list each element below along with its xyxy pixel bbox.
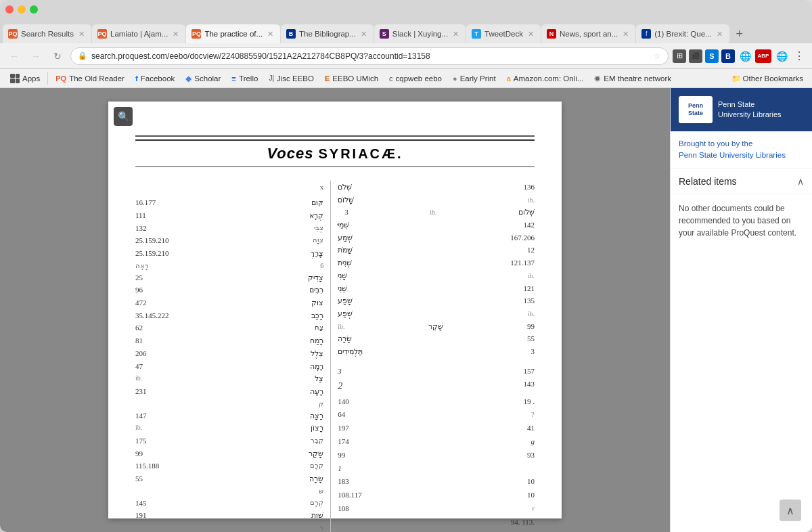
pennstate-name: Penn State bbox=[718, 100, 754, 108]
doc-search-button[interactable]: 🔍 bbox=[114, 107, 133, 126]
toolbar: ← → ↻ 🔒 search.proquest.com/eebo/docview… bbox=[0, 43, 812, 69]
tab-label: News, sport an... bbox=[560, 30, 618, 38]
forward-button[interactable]: → bbox=[27, 47, 45, 65]
tab-close-button[interactable]: ✕ bbox=[359, 29, 368, 39]
cqpweb-icon: c bbox=[389, 74, 393, 83]
bookmark-label: Scholar bbox=[194, 74, 221, 83]
pennstate-link[interactable]: Penn State University Libraries bbox=[679, 151, 786, 159]
bookmark-cqpweb[interactable]: c cqpweb eebo bbox=[384, 71, 447, 86]
bookmark-trello[interactable]: ≡ Trello bbox=[227, 71, 263, 86]
tab-close-button[interactable]: ✕ bbox=[171, 29, 180, 39]
pennstate-subtitle: University Libraries bbox=[718, 110, 782, 118]
document-viewer[interactable]: 🔍 Voces SYRIACÆ. x bbox=[0, 88, 670, 532]
bookmark-old-reader[interactable]: PQ The Old Reader bbox=[51, 71, 129, 86]
bookmark-separator bbox=[47, 72, 48, 85]
bookmark-label: EEBO UMich bbox=[332, 74, 378, 83]
bookmark-label: EM theatre network bbox=[604, 74, 671, 83]
pennstate-logo: PennState bbox=[679, 96, 713, 123]
document-title: Voces SYRIACÆ. bbox=[135, 139, 535, 167]
back-button[interactable]: ← bbox=[5, 47, 23, 65]
close-button[interactable] bbox=[5, 5, 14, 14]
chevron-up-icon: ∧ bbox=[797, 176, 804, 187]
pq-icon: PQ bbox=[97, 29, 107, 39]
pennstate-banner: PennState Penn State University Librarie… bbox=[671, 88, 812, 131]
tab-close-button[interactable]: ✕ bbox=[715, 29, 724, 39]
main-content: 🔍 Voces SYRIACÆ. x bbox=[0, 88, 812, 532]
bookmark-scholar[interactable]: ◆ Scholar bbox=[181, 71, 225, 86]
other-bookmarks-button[interactable]: 📁 Other Bookmarks bbox=[728, 74, 807, 83]
extension-icon-2[interactable]: ⬛ bbox=[689, 49, 702, 63]
address-bar[interactable]: 🔒 search.proquest.com/eebo/docview/22408… bbox=[70, 47, 669, 65]
bookmark-label: Trello bbox=[239, 74, 258, 83]
related-items-message: No other documents could be recommended … bbox=[679, 204, 796, 238]
pq-icon: PQ bbox=[191, 29, 201, 39]
titlebar bbox=[0, 0, 812, 19]
minimize-button[interactable] bbox=[18, 5, 26, 14]
right-column: שְׁלֹם 136 שָׁלוֹם ib. 3 ib. שְׁלֹום bbox=[330, 181, 535, 532]
early-print-icon: ● bbox=[453, 74, 457, 83]
brought-by-text-1: Brought to you by the bbox=[679, 139, 752, 148]
extension-icon-s[interactable]: S bbox=[705, 49, 719, 63]
tab-news[interactable]: N News, sport an... ✕ bbox=[541, 24, 635, 43]
tab-tweetdeck[interactable]: T TweetDeck ✕ bbox=[466, 24, 541, 43]
related-items-body: No other documents could be recommended … bbox=[671, 194, 812, 247]
extension-icon-globe[interactable]: 🌐 bbox=[738, 49, 752, 64]
traffic-lights bbox=[5, 5, 38, 14]
tab-practice[interactable]: PQ The practice of... ✕ bbox=[186, 24, 280, 43]
tab-lamiato[interactable]: PQ Lamiato | Ajam... ✕ bbox=[92, 24, 185, 43]
bookmark-eebo[interactable]: E EEBO UMich bbox=[320, 71, 383, 86]
slack-icon: S bbox=[380, 29, 389, 39]
right-sidebar: PennState Penn State University Librarie… bbox=[670, 88, 812, 532]
twitter-icon: T bbox=[472, 29, 481, 39]
bookmark-label: Jisc EEBO bbox=[277, 74, 314, 83]
tab-slack[interactable]: S Slack | Xuying... ✕ bbox=[374, 24, 466, 43]
tab-bibliog[interactable]: B The Bibliograp... ✕ bbox=[281, 24, 374, 43]
tab-close-button[interactable]: ✕ bbox=[451, 29, 460, 39]
toolbar-icons: ⊞ ⬛ S B 🌐 ABP 🌐 ⋮ bbox=[673, 49, 807, 64]
related-items-header[interactable]: Related items ∧ bbox=[671, 169, 812, 194]
b-icon: B bbox=[286, 29, 296, 39]
tab-close-button[interactable]: ✕ bbox=[77, 29, 86, 39]
other-bookmarks-label: Other Bookmarks bbox=[743, 74, 803, 83]
bookmark-early-print[interactable]: ● Early Print bbox=[448, 71, 501, 86]
tab-close-button[interactable]: ✕ bbox=[266, 29, 275, 39]
bookmark-label: Amazon.com: Onli... bbox=[514, 74, 584, 83]
brexit-icon: f bbox=[641, 29, 651, 39]
scroll-to-top-button[interactable]: ∧ bbox=[780, 500, 801, 521]
facebook-icon: f bbox=[135, 74, 138, 83]
pennstate-text: Penn State University Libraries bbox=[718, 99, 782, 120]
new-tab-button[interactable]: + bbox=[730, 24, 749, 43]
tabbar: PQ Search Results ✕ PQ Lamiato | Ajam...… bbox=[0, 19, 812, 43]
extension-icon-b[interactable]: B bbox=[721, 49, 735, 63]
bookmark-apps[interactable]: Apps bbox=[5, 71, 45, 86]
news-icon: N bbox=[547, 29, 556, 39]
tab-label: Search Results bbox=[21, 30, 74, 38]
tab-close-button[interactable]: ✕ bbox=[526, 29, 535, 39]
apps-grid-icon bbox=[10, 74, 20, 83]
browser-window: PQ Search Results ✕ PQ Lamiato | Ajam...… bbox=[0, 0, 812, 532]
em-theatre-icon: ◉ bbox=[594, 74, 601, 83]
tab-label: Lamiato | Ajam... bbox=[110, 30, 168, 38]
menu-button[interactable]: ⋮ bbox=[792, 49, 807, 64]
trello-icon: ≡ bbox=[231, 74, 236, 83]
bookmark-amazon[interactable]: a Amazon.com: Onli... bbox=[502, 71, 589, 86]
extension-icon-abp[interactable]: ABP bbox=[755, 49, 771, 63]
tab-search-results[interactable]: PQ Search Results ✕ bbox=[3, 24, 91, 43]
pennstate-shield: PennState bbox=[688, 102, 703, 117]
extension-icon-globe2[interactable]: 🌐 bbox=[774, 49, 789, 64]
extension-icon-1[interactable]: ⊞ bbox=[673, 49, 686, 63]
tab-brexit[interactable]: f (1) Brexit: Que... ✕ bbox=[636, 24, 729, 43]
url-text: search.proquest.com/eebo/docview/2240885… bbox=[91, 51, 650, 61]
tab-close-button[interactable]: ✕ bbox=[621, 29, 630, 39]
tab-label: Slack | Xuying... bbox=[392, 30, 448, 38]
bookmark-facebook[interactable]: f Facebook bbox=[131, 71, 179, 86]
bookmark-jisc[interactable]: J| Jisc EEBO bbox=[264, 71, 319, 86]
reload-button[interactable]: ↻ bbox=[49, 47, 66, 65]
bookmark-em-theatre[interactable]: ◉ EM theatre network bbox=[589, 71, 676, 86]
star-button[interactable]: ☆ bbox=[654, 51, 661, 61]
left-column: x קּוּם16.177 קְרָא111 צְבִי132 צִוָּה25… bbox=[135, 181, 323, 532]
maximize-button[interactable] bbox=[30, 5, 38, 14]
jisc-icon: J| bbox=[269, 74, 274, 82]
old-reader-icon: PQ bbox=[55, 74, 66, 83]
bookmarks-bar: Apps PQ The Old Reader f Facebook ◆ Scho… bbox=[0, 69, 812, 88]
